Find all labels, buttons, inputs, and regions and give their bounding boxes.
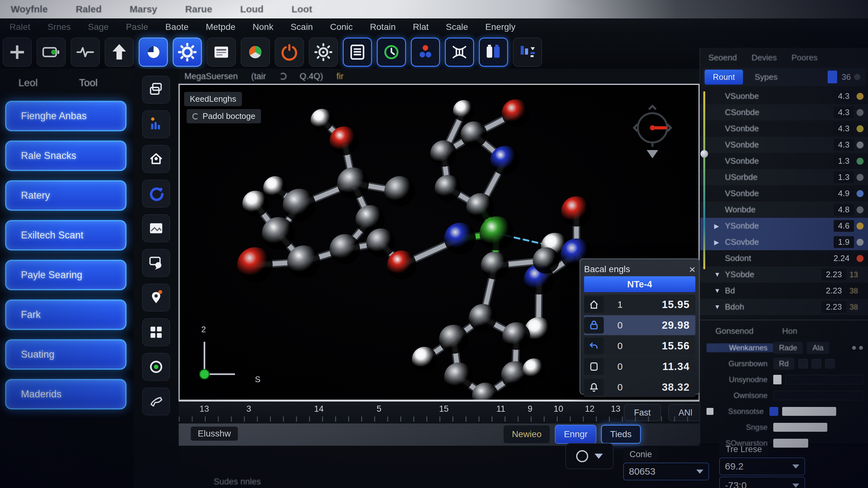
property-row[interactable]: SOwnarston [700, 436, 868, 451]
menu-item[interactable]: Rlat [413, 22, 429, 32]
battery-columns-icon[interactable] [479, 37, 508, 67]
rount-chip[interactable]: Rount [705, 70, 743, 85]
tree-row[interactable]: VSonbde4.3 [700, 121, 868, 137]
molecule-viewport[interactable]: KeedLenghs Padol boctoge [179, 84, 700, 401]
property-row[interactable]: Wenkarnes Rade Ala [700, 340, 868, 355]
menu-item[interactable]: Energly [485, 22, 516, 32]
sidebar-button[interactable]: Suating [5, 339, 127, 370]
menu-item[interactable]: Scain [290, 22, 313, 32]
settings-gear-icon[interactable] [173, 37, 202, 67]
small-button[interactable] [825, 359, 835, 368]
os-menu-item[interactable]: Raled [76, 4, 102, 14]
home-icon[interactable] [142, 145, 170, 173]
bottom-tab-gonsenod[interactable]: Gonsenod [715, 326, 753, 336]
menu-item[interactable]: Sage [88, 22, 109, 32]
sidebar-button[interactable]: Fienghe Anbas [5, 101, 127, 131]
sidebar-button[interactable]: Maderids [5, 379, 127, 409]
slider-thumb[interactable] [701, 150, 708, 158]
tree-row[interactable]: ▼Bd2.2338 [700, 283, 868, 299]
gear-outline-icon[interactable] [309, 37, 338, 67]
molecule-dots-icon[interactable] [411, 37, 440, 67]
property-row[interactable]: Ssonsotse [700, 404, 868, 419]
small-button[interactable] [798, 359, 808, 368]
value-bar[interactable] [773, 439, 808, 448]
sidebar-button[interactable]: Exiltech Scant [5, 220, 127, 250]
menu-item[interactable]: Ralet [9, 22, 30, 32]
expand-arrow-icon[interactable]: ▼ [714, 271, 725, 278]
copy-icon[interactable] [142, 76, 170, 104]
battery-status-icon[interactable] [37, 37, 66, 67]
sort-columns-icon[interactable] [513, 37, 542, 67]
tree-row[interactable]: Wonbde4.8 [700, 202, 868, 218]
fit-button[interactable]: fir [336, 71, 344, 81]
tieds-button[interactable]: Tieds [601, 425, 641, 444]
property-row[interactable]: Ownlsone [700, 388, 868, 403]
tree-row[interactable]: ▶CSovbde1.9 [700, 234, 868, 250]
location-pin-icon[interactable] [142, 283, 170, 311]
tree-row[interactable]: ▼Bdoh2.2338 [700, 299, 868, 315]
conie-select[interactable]: 80653 [623, 463, 709, 480]
tree-row[interactable]: VSonbde1.3 [700, 153, 868, 169]
add-icon[interactable] [3, 37, 32, 67]
pie-chart-icon[interactable] [241, 37, 270, 67]
view-blob-icon[interactable] [138, 37, 168, 67]
value-row[interactable]: 0 29.98 [584, 315, 695, 335]
enngr-button[interactable]: Enngr [555, 425, 596, 444]
tree-row[interactable]: Sodont2.24 [700, 250, 868, 267]
target-icon[interactable] [142, 353, 170, 381]
property-row[interactable]: Unsynodne [700, 372, 868, 387]
anl-button[interactable]: ANl [668, 404, 703, 421]
selected-item-row[interactable]: Rount Sypes 36 [703, 68, 865, 86]
menu-item[interactable]: Metpde [206, 22, 235, 32]
value-row[interactable]: 0 15.56 [584, 336, 695, 356]
property-value[interactable]: Rade [773, 342, 803, 354]
menu-item[interactable]: Rotain [370, 22, 396, 32]
expand-arrow-icon[interactable]: ▼ [714, 303, 725, 311]
sidebar-tab-leol[interactable]: Leol [19, 77, 38, 89]
property-row[interactable]: Gursnbown Rd [700, 356, 868, 371]
value-row[interactable]: 0 11.34 [584, 357, 695, 376]
tree-row[interactable]: VSonbde4.3 [700, 137, 868, 153]
tree-row[interactable]: USorbde1.3 [700, 169, 868, 185]
input-bar[interactable] [773, 391, 863, 400]
os-menu-item[interactable]: Woyfnle [11, 4, 48, 14]
orientation-compass[interactable] [628, 102, 676, 166]
menu-item[interactable]: Baote [165, 22, 189, 32]
timeline-ruler[interactable]: Fast ANl 13314515119101213 [179, 401, 700, 424]
os-menu-item[interactable]: Loot [291, 4, 312, 14]
phone-icon[interactable] [142, 388, 170, 416]
tree-row[interactable]: ▶YSonbde4.6 [700, 218, 868, 234]
close-icon[interactable]: × [689, 264, 695, 275]
menu-item[interactable]: Srnes [48, 22, 70, 32]
selected-bond[interactable]: NTe-4 [584, 276, 695, 292]
document-list-icon[interactable] [343, 37, 372, 67]
tree-row[interactable]: CSonbde4.3 [700, 104, 868, 121]
color-swatch[interactable] [769, 407, 778, 416]
menu-item[interactable]: Scale [446, 22, 468, 32]
slider-track[interactable] [785, 375, 863, 384]
right-tab-devies[interactable]: Devies [752, 53, 777, 63]
value-bar[interactable] [782, 407, 836, 416]
depth-slider[interactable] [703, 91, 705, 269]
expand-arrow-icon[interactable]: ▶ [714, 238, 725, 246]
sidebar-button[interactable]: Fark [5, 300, 127, 330]
bottom-tab-hon[interactable]: Hon [782, 326, 798, 336]
signal-wave-icon[interactable] [70, 37, 100, 67]
os-menu-item[interactable]: Loud [240, 4, 264, 14]
mini-slider-handle[interactable] [773, 375, 781, 384]
shape-dropdown[interactable] [565, 443, 614, 469]
power-icon[interactable] [275, 37, 304, 67]
value-bar[interactable] [773, 423, 827, 432]
bar-chart-icon[interactable] [142, 110, 170, 138]
refresh-small-icon[interactable] [279, 73, 286, 80]
grid-icon[interactable] [142, 318, 170, 346]
small-button[interactable] [812, 359, 821, 368]
os-menu-item[interactable]: Rarue [185, 4, 212, 14]
comment-icon[interactable] [142, 249, 170, 277]
menu-item[interactable]: Pasle [126, 22, 148, 32]
right-tab-seoend[interactable]: Seoend [708, 53, 737, 63]
sidebar-button[interactable]: Rale Snacks [5, 141, 127, 171]
value-row[interactable]: 1 15.95 [584, 295, 695, 314]
property-value[interactable]: Rd [773, 358, 795, 370]
image-icon[interactable] [142, 214, 170, 242]
